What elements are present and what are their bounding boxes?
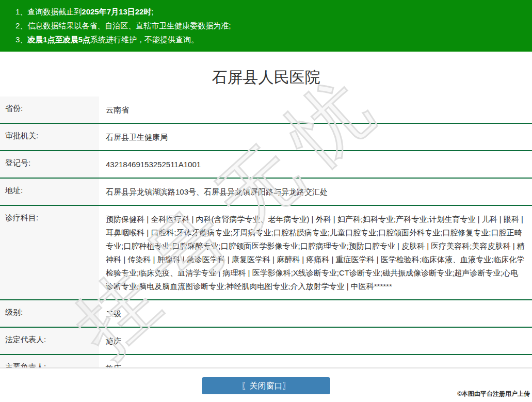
field-label: 地址: bbox=[0, 179, 99, 205]
notice-1-tail: ; bbox=[151, 7, 153, 16]
table-row-legal-representative: 法定代表人: 施庆 bbox=[0, 328, 532, 355]
field-value: 石屏县卫生健康局 bbox=[99, 124, 532, 150]
notice-1-bold: 2025年7月13日22时 bbox=[82, 7, 151, 16]
notice-line-2: 2、信息数据结果以各省、自治区、直辖市卫生健康委数据为准; bbox=[15, 19, 522, 33]
field-value: 云南省 bbox=[99, 97, 532, 123]
field-value: 预防保健科 | 全科医疗科 | 内科(含肾病学专业、老年病专业) | 外科 | … bbox=[99, 206, 532, 299]
close-window-button[interactable]: 〖关闭窗口〗 bbox=[202, 377, 330, 394]
footer: 〖关闭窗口〗 ©本图由平台注册用户上传 bbox=[0, 368, 532, 400]
page-title: 石屏县人民医院 bbox=[0, 52, 532, 97]
field-value: 石屏县异龙镇湖滨路103号、石屏县异龙镇屏阳路与异龙路交汇处 bbox=[99, 179, 532, 205]
field-value: 二级 bbox=[99, 300, 532, 327]
hospital-info-table: 省份: 云南省 审批机关: 石屏县卫生健康局 登记号: 432184691532… bbox=[0, 97, 532, 368]
field-label: 省份: bbox=[0, 97, 99, 123]
notice-banner: 1、查询数据截止到2025年7月13日22时; 2、信息数据结果以各省、自治区、… bbox=[0, 0, 532, 52]
field-label: 审批机关: bbox=[0, 124, 99, 150]
table-row-address: 地址: 石屏县异龙镇湖滨路103号、石屏县异龙镇屏阳路与异龙路交汇处 bbox=[0, 179, 532, 206]
notice-3-text: 3、 bbox=[15, 35, 27, 44]
field-label: 法定代表人: bbox=[0, 328, 99, 354]
copyright-note: ©本图由平台注册用户上传 bbox=[457, 390, 530, 398]
notice-1-text: 1、查询数据截止到 bbox=[15, 7, 82, 16]
table-row-departments: 诊疗科目: 预防保健科 | 全科医疗科 | 内科(含肾病学专业、老年病专业) |… bbox=[0, 206, 532, 300]
table-row-principal: 主要负责人: 施庆 bbox=[0, 355, 532, 368]
field-value: 43218469153252511A1001 bbox=[99, 151, 532, 178]
field-label: 主要负责人: bbox=[0, 355, 99, 368]
table-row-approval-authority: 审批机关: 石屏县卫生健康局 bbox=[0, 124, 532, 151]
notice-2-text: 2、信息数据结果以各省、自治区、直辖市卫生健康委数据为准; bbox=[15, 21, 231, 30]
field-label: 诊疗科目: bbox=[0, 206, 99, 299]
table-row-level: 级别: 二级 bbox=[0, 300, 532, 328]
field-label: 登记号: bbox=[0, 151, 99, 178]
notice-line-3: 3、凌晨1点至凌晨5点系统进行维护，不能提供查询。 bbox=[15, 33, 522, 46]
field-label: 级别: bbox=[0, 300, 99, 327]
table-row-province: 省份: 云南省 bbox=[0, 97, 532, 124]
field-value: 施庆 bbox=[99, 328, 532, 354]
notice-3-bold: 凌晨1点至凌晨5点 bbox=[27, 35, 90, 44]
field-value: 施庆 bbox=[99, 355, 532, 368]
notice-3-tail: 系统进行维护，不能提供查询。 bbox=[90, 35, 199, 44]
table-row-registration-number: 登记号: 43218469153252511A1001 bbox=[0, 151, 532, 179]
notice-line-1: 1、查询数据截止到2025年7月13日22时; bbox=[15, 5, 522, 19]
